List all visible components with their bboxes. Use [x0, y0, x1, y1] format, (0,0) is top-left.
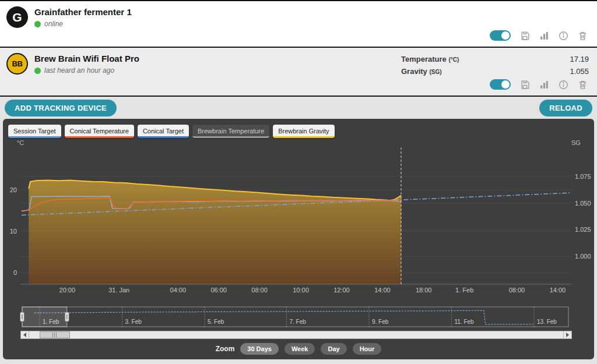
scrollbar-left-arrow[interactable] — [20, 331, 29, 339]
legend-item-brewbrain-gravity[interactable]: Brewbrain Gravity — [273, 125, 334, 138]
svg-text:1.075: 1.075 — [575, 173, 591, 180]
chart-legend: Session TargetConical TemperatureConical… — [3, 125, 594, 138]
brewbrain-logo: BB — [6, 53, 28, 75]
svg-text:11. Feb: 11. Feb — [455, 319, 475, 325]
left-arrow-icon — [23, 333, 26, 337]
svg-text:20: 20 — [10, 186, 17, 193]
legend-item-brewbrain-temperature[interactable]: Brewbrain Temperature — [192, 125, 269, 138]
svg-text:18:00: 18:00 — [416, 287, 432, 294]
navigator-handle-right — [65, 312, 69, 321]
svg-text:14:00: 14:00 — [374, 287, 391, 294]
svg-text:10:00: 10:00 — [293, 287, 309, 294]
chart-panel: Session TargetConical TemperatureConical… — [3, 119, 594, 359]
svg-text:1.000: 1.000 — [575, 253, 591, 260]
zoom-hour-button[interactable]: Hour — [353, 343, 382, 355]
grainfather-logo: G — [6, 6, 28, 28]
device-name: Brew Brain Wifi Float Pro — [34, 53, 139, 63]
save-icon — [520, 80, 530, 90]
add-tracking-device-button[interactable]: ADD TRACKING DEVICE — [5, 100, 117, 116]
trash-icon — [578, 31, 588, 41]
thumb-grip — [52, 333, 58, 337]
svg-text:1.050: 1.050 — [575, 200, 591, 207]
zoom-label: Zoom — [216, 345, 235, 353]
legend-item-conical-temperature[interactable]: Conical Temperature — [65, 125, 134, 138]
save-button[interactable] — [519, 30, 530, 41]
navigator-handle-left — [20, 312, 24, 321]
reading-unit: (SG) — [429, 69, 441, 75]
reading-label: Temperature — [401, 55, 447, 63]
save-button[interactable] — [519, 79, 530, 90]
svg-text:SG: SG — [571, 140, 581, 146]
device-toggle[interactable] — [490, 30, 511, 41]
reading-gravity: Gravity (SG) 1.055 — [401, 65, 589, 77]
svg-text:1. Feb: 1. Feb — [455, 287, 473, 294]
svg-text:3. Feb: 3. Feb — [125, 319, 142, 325]
status-text: online — [44, 20, 63, 28]
info-button[interactable] — [558, 30, 568, 41]
chart-navigator[interactable]: 1. Feb3. Feb5. Feb7. Feb9. Feb11. Feb13.… — [3, 306, 594, 329]
device-row-brewbrain: BB Brew Brain Wifi Float Pro last heard … — [0, 48, 597, 96]
info-button[interactable] — [558, 79, 568, 90]
device-name: Grainfather fermenter 1 — [34, 6, 132, 17]
svg-text:04:00: 04:00 — [170, 287, 187, 294]
svg-text:5. Feb: 5. Feb — [208, 319, 224, 325]
zoom-controls: Zoom 30 Days Week Day Hour — [3, 343, 594, 355]
svg-text:1.025: 1.025 — [575, 226, 591, 233]
legend-item-conical-target[interactable]: Conical Target — [138, 125, 189, 138]
right-arrow-icon — [566, 333, 569, 337]
device-row-grainfather: G Grainfather fermenter 1 online — [0, 1, 597, 47]
status-text: last heard an hour ago — [44, 66, 114, 75]
reading-temperature: Temperature (°C) 17.19 — [401, 53, 589, 65]
device-status: last heard an hour ago — [34, 66, 139, 75]
zoom-week-button[interactable]: Week — [285, 343, 315, 355]
reading-value: 17.19 — [570, 55, 589, 63]
info-icon — [559, 80, 568, 90]
device-readings: Temperature (°C) 17.19 Gravity (SG) 1.05… — [401, 53, 589, 77]
bar-chart-icon — [539, 31, 549, 41]
svg-text:9. Feb: 9. Feb — [372, 319, 389, 325]
svg-text:08:00: 08:00 — [509, 287, 525, 294]
svg-text:20:00: 20:00 — [59, 287, 76, 294]
save-icon — [520, 31, 530, 41]
zoom-day-button[interactable]: Day — [321, 343, 346, 355]
svg-text:0: 0 — [13, 269, 17, 276]
delete-button[interactable] — [577, 79, 588, 90]
reading-unit: (°C) — [448, 56, 459, 63]
online-status-dot — [34, 21, 41, 27]
svg-text:08:00: 08:00 — [251, 287, 268, 294]
info-icon — [559, 31, 568, 41]
series-area-brewbrain-gravity — [29, 181, 401, 285]
scrollbar-thumb[interactable] — [40, 331, 70, 338]
svg-text:7. Feb: 7. Feb — [290, 319, 307, 325]
svg-text:14:00: 14:00 — [550, 287, 566, 294]
toggle-knob — [501, 80, 510, 89]
chart-button[interactable] — [539, 30, 549, 41]
fermentation-chart[interactable]: 010201.0001.0251.0501.07520:0031. Jan04:… — [3, 140, 594, 296]
device-toggle[interactable] — [490, 79, 511, 90]
reading-label: Gravity — [401, 67, 427, 76]
legend-item-session-target[interactable]: Session Target — [8, 125, 61, 138]
bar-chart-icon — [539, 80, 549, 90]
online-status-dot — [34, 68, 41, 74]
device-status: online — [34, 20, 132, 28]
scrollbar-right-arrow[interactable] — [563, 331, 572, 339]
svg-text:06:00: 06:00 — [210, 287, 227, 294]
chart-scrollbar[interactable] — [20, 331, 572, 339]
svg-text:°C: °C — [17, 140, 24, 146]
svg-text:12:00: 12:00 — [333, 287, 350, 294]
toggle-knob — [501, 31, 510, 40]
delete-button[interactable] — [577, 30, 588, 41]
trash-icon — [578, 80, 588, 90]
actions-row: ADD TRACKING DEVICE RELOAD — [0, 97, 597, 119]
svg-text:31. Jan: 31. Jan — [108, 287, 129, 294]
reload-button[interactable]: RELOAD — [539, 100, 592, 116]
navigator-selection — [22, 307, 67, 327]
scrollbar-track[interactable] — [29, 331, 563, 339]
svg-text:10: 10 — [10, 228, 17, 235]
reading-value: 1.055 — [570, 67, 589, 76]
zoom-30-days-button[interactable]: 30 Days — [240, 343, 279, 355]
chart-button[interactable] — [539, 79, 549, 90]
svg-text:13. Feb: 13. Feb — [537, 319, 557, 325]
